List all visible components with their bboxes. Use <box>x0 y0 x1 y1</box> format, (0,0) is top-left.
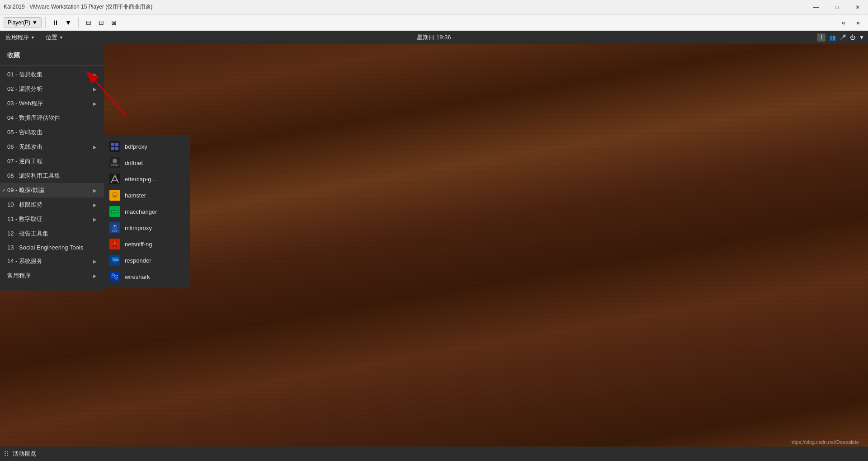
driftnet-icon <box>109 157 120 168</box>
mitmproxy-label: mitmproxy <box>125 225 152 231</box>
vmware-titlebar: Kali2019 - VMware Workstation 15 Player … <box>0 0 868 14</box>
menu-item-03[interactable]: 03 - Web程序 ▶ <box>0 96 104 111</box>
nav-left-button[interactable]: « <box>837 16 850 29</box>
svg-text:RES: RES <box>113 258 119 261</box>
menu-label-06: 06 - 无线攻击 <box>7 143 42 151</box>
svg-point-17 <box>113 193 114 194</box>
apps-label: 应用程序 <box>5 33 29 42</box>
macchanger-label: macchanger <box>125 208 157 215</box>
menu-item-02[interactable]: 02 - 漏洞分析 ▶ <box>0 82 104 96</box>
menu-label-10: 10 - 权限维持 <box>7 201 42 209</box>
submenu-item-hamster[interactable]: hamster <box>104 187 190 203</box>
clock: 星期日 19:36 <box>417 33 451 42</box>
menu-arrow-10: ▶ <box>93 202 97 207</box>
minimize-button[interactable]: — <box>806 0 826 14</box>
menu-arrow-09: ▶ <box>93 188 97 193</box>
menu-item-04[interactable]: 04 - 数据库评估软件 <box>0 111 104 125</box>
menu-item-01[interactable]: 01 - 信息收集 ▶ <box>0 67 104 82</box>
svg-rect-3 <box>111 147 114 150</box>
submenu-item-ettercap[interactable]: ettercap-g... <box>104 171 190 187</box>
menu-item-07[interactable]: 07 - 逆向工程 <box>0 154 104 169</box>
mitmproxy-icon <box>109 222 120 233</box>
power-icon[interactable]: ⏻ <box>850 34 855 41</box>
maximize-button[interactable]: □ <box>826 0 847 14</box>
grid-icon[interactable]: ⠿ <box>4 450 9 458</box>
fit-icon: ⊡ <box>99 19 104 26</box>
unity-icon: ⊠ <box>111 19 117 26</box>
menu-arrow-06: ▶ <box>93 145 97 150</box>
pause-button[interactable]: ⏸ <box>49 16 62 29</box>
menu-item-14[interactable]: 14 - 系统服务 ▶ <box>0 254 104 268</box>
submenu-item-netsniff[interactable]: netsniff-ng <box>104 236 190 252</box>
menu-label-08: 08 - 漏洞利用工具集 <box>7 172 60 180</box>
submenu-item-macchanger[interactable]: macchanger <box>104 203 190 220</box>
menu-item-10[interactable]: 10 - 权限维持 ▶ <box>0 198 104 212</box>
menu-item-common[interactable]: 常用程序 ▶ <box>0 268 104 283</box>
menu-item-11[interactable]: 11 - 数字取证 ▶ <box>0 212 104 226</box>
svg-point-12 <box>114 174 116 176</box>
window-controls: — □ ✕ <box>806 0 868 14</box>
netsniff-label: netsniff-ng <box>125 241 152 248</box>
menu-item-08[interactable]: 08 - 漏洞利用工具集 <box>0 169 104 183</box>
places-label: 位置 <box>46 33 57 42</box>
apps-menu-button[interactable]: 应用程序 ▼ <box>0 31 40 44</box>
menu-arrow-03: ▶ <box>93 101 97 106</box>
menu-item-05[interactable]: 05 - 密码攻击 <box>0 125 104 140</box>
pause-dropdown[interactable]: ▼ <box>62 16 75 29</box>
users-icon: 👥 <box>829 34 836 41</box>
nav-right-icon: » <box>856 19 860 26</box>
menu-label-04: 04 - 数据库评估软件 <box>7 114 60 122</box>
submenu-item-responder[interactable]: RES responder <box>104 252 190 268</box>
responder-icon: RES <box>109 255 120 266</box>
svg-point-31 <box>114 241 116 243</box>
menu-item-12[interactable]: 12 - 报告工具集 <box>0 226 104 241</box>
submenu-item-driftnet[interactable]: driftnet <box>104 155 190 171</box>
submenu-sniff: bdfproxy driftnet <box>104 135 190 288</box>
submenu-item-mitmproxy[interactable]: mitmproxy <box>104 220 190 236</box>
desktop-area: 收藏 01 - 信息收集 ▶ 02 - 漏洞分析 ▶ 03 - Web程序 ▶ … <box>0 44 868 461</box>
wireshark-icon <box>109 271 120 282</box>
toolbar-separator <box>45 17 46 28</box>
menu-label-12: 12 - 报告工具集 <box>7 230 48 238</box>
vmware-toolbar: Player(P) ▼ ⏸ ▼ ⊟ ⊡ ⊠ « » <box>0 14 868 31</box>
unity-button[interactable]: ⊠ <box>108 16 120 29</box>
pause-icon: ⏸ <box>52 19 59 26</box>
player-button[interactable]: Player(P) ▼ <box>4 17 42 28</box>
menu-arrow-11: ▶ <box>93 217 97 222</box>
fit-guest-button[interactable]: ⊡ <box>95 16 108 29</box>
responder-label: responder <box>125 257 151 264</box>
netsniff-icon <box>109 239 120 249</box>
bdfproxy-label: bdfproxy <box>125 143 147 150</box>
menu-label-02: 02 - 漏洞分析 <box>7 85 42 93</box>
places-menu-button[interactable]: 位置 ▼ <box>40 31 69 44</box>
workspace-indicator[interactable]: 1 <box>817 33 826 42</box>
send-ctrl-alt-del-button[interactable]: ⊟ <box>82 16 95 29</box>
menu-divider-top <box>0 65 104 66</box>
svg-point-18 <box>115 193 116 194</box>
menu-label-05: 05 - 密码攻击 <box>7 128 42 136</box>
svg-rect-2 <box>115 143 118 146</box>
menu-label-03: 03 - Web程序 <box>7 99 43 108</box>
svg-rect-1 <box>111 143 114 146</box>
menu-header: 收藏 <box>0 48 104 63</box>
submenu-item-bdfproxy[interactable]: bdfproxy <box>104 138 190 155</box>
close-button[interactable]: ✕ <box>847 0 868 14</box>
ettercap-icon <box>109 174 120 184</box>
toolbar-separator-2 <box>78 17 79 28</box>
menu-label-13: 13 - Social Engineering Tools <box>7 244 83 251</box>
power-dropdown-icon[interactable]: ▼ <box>859 34 864 41</box>
bdfproxy-icon <box>109 141 120 152</box>
nav-right-button[interactable]: » <box>852 16 864 29</box>
menu-item-09[interactable]: 09 - 嗅探/欺骗 ▶ <box>0 183 104 198</box>
menu-divider-bottom <box>0 285 104 285</box>
driftnet-label: driftnet <box>125 160 143 166</box>
submenu-item-wireshark[interactable]: wireshark <box>104 268 190 285</box>
macchanger-icon <box>109 206 120 217</box>
svg-rect-24 <box>116 211 118 212</box>
menu-item-06[interactable]: 06 - 无线攻击 ▶ <box>0 140 104 154</box>
menu-item-13[interactable]: 13 - Social Engineering Tools <box>0 241 104 254</box>
menu-label-01: 01 - 信息收集 <box>7 71 42 79</box>
menu-arrow-02: ▶ <box>93 87 97 92</box>
svg-point-29 <box>114 226 116 227</box>
activities-button[interactable]: 活动概览 <box>9 448 40 460</box>
